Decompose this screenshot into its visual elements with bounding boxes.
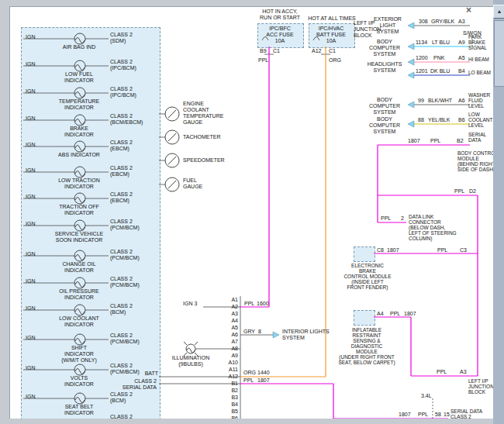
- window-frame-top: [0, 0, 504, 6]
- indicator-class: CLASS 2 (BCM): [110, 391, 158, 404]
- fuse1-label: IPC/BFC ACC FUSE 10A: [257, 26, 302, 44]
- indicator-class: CLASS 2 (PCM/BCM): [110, 219, 158, 231]
- ref-note: SERIAL DATA: [468, 132, 486, 143]
- circuit-number: 1600: [257, 301, 269, 307]
- indicator-name: CHANGE OIL INDICATOR: [45, 261, 113, 274]
- ign-label: IGN: [26, 194, 35, 200]
- ign-label: IGN: [26, 335, 35, 341]
- indicator-name: LOW COOLANT INDICATOR: [45, 315, 113, 328]
- connector-pin: A8: [226, 346, 238, 352]
- connector-pin: A7: [226, 339, 238, 345]
- engine-variant-label: 3.4L: [421, 393, 432, 399]
- wire-color-label: PPL: [437, 247, 447, 253]
- connector-pin: A12: [226, 374, 238, 380]
- pin-label: 58: [435, 412, 441, 418]
- ign-label: IGN: [26, 278, 35, 284]
- pin-label: C3: [460, 247, 467, 253]
- wire-color-label: BLK/WHT: [428, 98, 452, 104]
- indicator-name: SEAT BELT INDICATOR: [45, 404, 113, 416]
- close-icon[interactable]: ×: [466, 5, 471, 16]
- dlc-module-label: DATA LINK CONNECTOR (BELOW DASH, LEFT OF…: [409, 214, 457, 241]
- wiring-diagram-viewer: IGN AIR BAG IND CLASS 2 (SDM) IGN LOW FU…: [0, 0, 504, 424]
- pin-label: A9: [458, 40, 465, 46]
- circuit-number: 1807: [257, 377, 270, 384]
- ign-label: IGN: [26, 88, 35, 95]
- wire-color-label: PPL: [243, 377, 254, 384]
- indicator-class: CLASS 2 (EBCM): [110, 191, 158, 204]
- connector-pin: A3: [226, 311, 238, 317]
- junction-block-label: LEFT I/P JUNCTION BLOCK: [468, 378, 494, 395]
- org-batt-wire: [240, 47, 326, 377]
- connector-pin: A11: [226, 367, 238, 373]
- ref-note: HI BEAM: [468, 57, 489, 62]
- pin-label: A3: [460, 369, 467, 375]
- wire-color-label: PPL: [381, 215, 391, 222]
- sdm-module-label: INFLATABLE RESTRAINT SENSING & DIAGNOSTI…: [338, 327, 395, 365]
- ign-label: IGN: [26, 34, 35, 40]
- bcm-module-label: BODY CONTROL MODULE (BEHIND RIGHT SIDE O…: [457, 150, 498, 172]
- connector-pin: A1: [226, 297, 238, 303]
- indicator-name: SHIFT INDICATOR (W/M/T ONLY): [45, 345, 113, 364]
- connector-pin: A9: [226, 353, 238, 359]
- circuit-number: 88: [418, 117, 424, 123]
- circuit-number: 1200: [416, 55, 428, 61]
- wire-color-label: ORG: [243, 370, 256, 376]
- wire-color-label: YEL/BLK: [428, 117, 450, 123]
- ref-system: EXTERIOR LIGHT SYSTEM: [369, 16, 406, 35]
- pin-label: A4: [377, 311, 384, 317]
- ref-note: LOW COOLANT LEVEL: [468, 112, 492, 128]
- gauge-icons: [165, 107, 179, 191]
- circuit-number: 1134: [416, 40, 427, 46]
- ign-label: IGN: [26, 221, 35, 227]
- wire-color-label: PPL: [244, 301, 254, 307]
- wire-color-label: PPL: [390, 311, 400, 317]
- ign-label: IGN: [26, 167, 35, 174]
- indicator-name: TRACTION OFF INDICATOR: [45, 204, 113, 216]
- circuit-number: 1807: [404, 311, 416, 317]
- wire-color-label: PPL: [430, 138, 440, 144]
- indicator-name: ABS INDICATOR: [45, 152, 113, 158]
- ign-label: IGN: [26, 305, 35, 312]
- pin-label: B4: [458, 68, 465, 74]
- ref-system: HEADLIGHTS SYSTEM: [364, 61, 405, 74]
- circuit-number: 308: [419, 19, 428, 25]
- fuse2-label: IPC/HVAC BATT FUSE 10A: [309, 26, 354, 44]
- circuit-number: 1807: [387, 247, 399, 253]
- circuit-number: 1201: [416, 68, 428, 74]
- scroll-up-button[interactable]: ▲: [493, 5, 504, 19]
- class2-serial-label: CLASS 2 SERIAL DATA: [121, 378, 157, 391]
- circuit-number: 1807: [408, 138, 420, 144]
- pin-label: B6: [458, 117, 465, 123]
- illumination-bulb-icon: [184, 342, 198, 356]
- serial-data-label: SERIAL DATA CLASS 2: [450, 408, 482, 419]
- fuse2-hot-label: HOT AT ALL TIMES: [307, 16, 357, 22]
- pin-label: C8: [377, 247, 384, 253]
- gauge-label: ENGINE COOLANT TEMPERATURE GAUGE: [183, 101, 223, 126]
- indicator-class: CLASS 2 (BCM): [110, 303, 158, 315]
- ign-label: IGN: [26, 142, 35, 148]
- indicator-name: BRAKE INDICATOR: [45, 126, 113, 138]
- ign-label: IGN: [26, 115, 35, 122]
- circuit-number: 99: [418, 98, 424, 104]
- pin-label: A12: [312, 48, 321, 54]
- fuse1-hot-label: HOT IN ACCY, RUN OR START: [254, 9, 306, 21]
- connector-pin: A10: [226, 360, 238, 366]
- connector-pin: B2: [226, 388, 238, 394]
- pin-label: C1: [273, 48, 280, 54]
- wire-color-label: DK BLU: [430, 68, 450, 74]
- pin-label: D2: [469, 188, 476, 195]
- pin-label: C1: [329, 48, 336, 54]
- ref-note: PARK BRAKE SIGNAL: [468, 34, 487, 50]
- connector-pin: B5: [226, 408, 238, 415]
- indicator-class: CLASS 2 (EBCM): [110, 165, 158, 178]
- indicator-name: TEMPERATURE INDICATOR: [45, 98, 113, 111]
- indicator-name: LOW TRACTION INDICATOR: [45, 178, 113, 190]
- scrollbar-thumb[interactable]: [494, 20, 504, 87]
- indicator-class: CLASS 2 (IPC/BCM): [110, 59, 158, 71]
- wire-color-label: GRY/BLK: [431, 19, 454, 25]
- indicator-class: CLASS 2 (IPC/BCM): [110, 86, 158, 98]
- ign-label: IGN: [26, 251, 35, 257]
- wire-color-label: PPL: [258, 57, 268, 64]
- wire-color-label: PPL: [454, 188, 464, 195]
- ref-system: BODY COMPUTER SYSTEM: [363, 97, 406, 115]
